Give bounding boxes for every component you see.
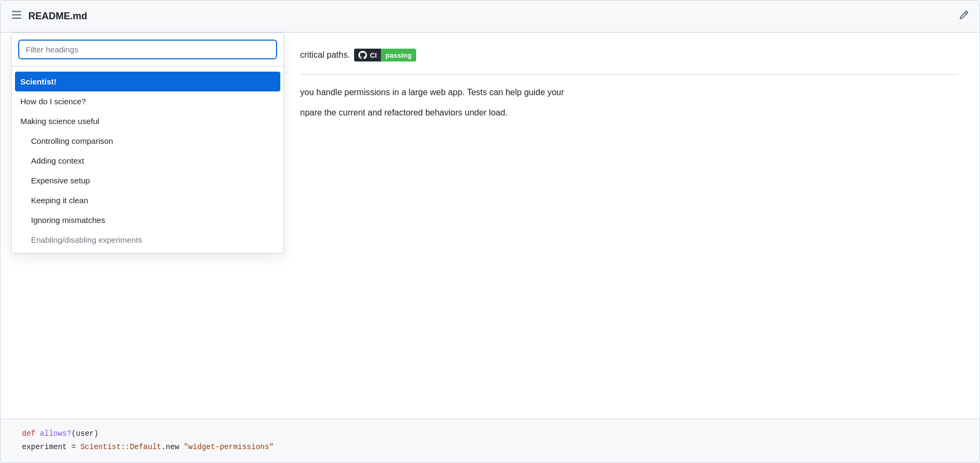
header: README.md [1,1,979,33]
content-section-1: critical paths. CI passing [300,49,958,61]
code-arg: (user) [71,429,98,438]
code-method-allows: allows? [40,429,72,438]
main-container: README.md Scientist!How do I science?Mak… [0,0,980,463]
code-keyword-def: def [22,429,40,438]
code-indent: experiment = [22,443,80,451]
heading-item-keeping-it-clean[interactable]: Keeping it clean [12,190,284,210]
filter-input-wrapper [12,33,284,64]
ci-prefix-text: critical paths. [300,50,350,60]
heading-item-ignoring-mismatches[interactable]: Ignoring mismatches [12,210,284,230]
section-divider-1 [300,74,958,75]
code-class-scientist: Scientist::Default [80,443,161,451]
heading-item-enabling-disabling[interactable]: Enabling/disabling experiments [12,230,284,250]
heading-item-how-do-i-science[interactable]: How do I science? [12,91,284,111]
github-logo-icon [358,51,367,59]
hamburger-icon[interactable] [11,10,22,23]
filter-headings-input[interactable] [18,40,277,59]
headings-list: Scientist!How do I science?Making scienc… [12,68,284,253]
heading-item-adding-context[interactable]: Adding context [12,151,284,171]
heading-item-expensive-setup[interactable]: Expensive setup [12,171,284,190]
code-string-widget: "widget-permissions" [183,443,273,451]
file-title: README.md [28,11,87,22]
ci-passing-label: passing [381,49,416,61]
heading-item-controlling-comparison[interactable]: Controlling comparison [12,131,284,151]
divider [12,66,284,66]
dropdown-panel: Scientist!How do I science?Making scienc… [11,33,284,253]
heading-item-making-science-useful[interactable]: Making science useful [12,111,284,131]
header-left: README.md [11,10,87,23]
content-paragraph-1: you handle permissions in a large web ap… [300,86,958,99]
content-paragraph-2: npare the current and refactored behavio… [300,106,958,120]
heading-item-scientist[interactable]: Scientist! [15,72,280,91]
code-line-1: def allows?(user) [22,428,958,439]
edit-icon[interactable] [959,10,969,22]
ci-label: CI [370,51,377,59]
content-section-2: you handle permissions in a large web ap… [300,86,958,119]
code-dot-new: .new [161,443,183,451]
code-line-2: experiment = Scientist::Default.new "wid… [22,441,958,453]
code-area: def allows?(user) experiment = Scientist… [1,419,979,462]
ci-badge: CI passing [354,49,416,61]
ci-badge-github: CI [354,49,381,61]
ci-badge-line: critical paths. CI passing [300,49,958,61]
